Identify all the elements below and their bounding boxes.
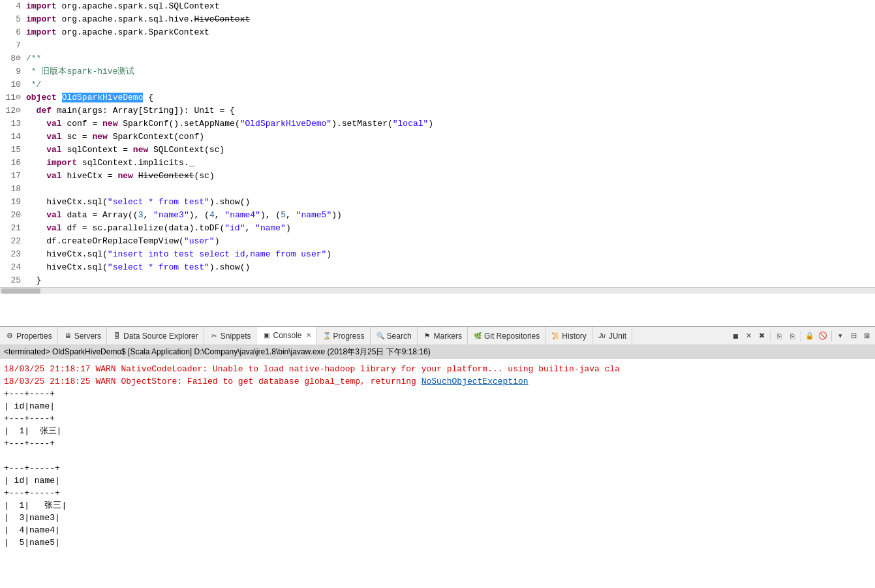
- tab-properties-label: Properties: [16, 332, 52, 341]
- minimize-button[interactable]: ⊟: [848, 330, 859, 342]
- line-content: import sqlContext.implicits._: [26, 157, 875, 170]
- line-number: 12⊖: [0, 104, 26, 117]
- console-line-11: | 3|name3|: [4, 512, 871, 524]
- console-line-9: +---+-----+: [4, 487, 871, 499]
- console-output[interactable]: 18/03/25 21:18:17 WARN NativeCodeLoader:…: [0, 360, 875, 588]
- tab-snippets[interactable]: ✂ Snippets: [204, 327, 257, 345]
- tab-markers-label: Markers: [434, 332, 462, 341]
- copy2-button[interactable]: ⎘: [786, 330, 798, 342]
- separator2: [801, 331, 801, 341]
- tab-properties[interactable]: ⚙ Properties: [0, 327, 58, 345]
- snippets-icon: ✂: [209, 332, 219, 341]
- code-line-16: 16 import sqlContext.implicits._: [0, 157, 875, 170]
- console-line-warn2: 18/03/25 21:18:25 WARN ObjectStore: Fail…: [4, 375, 871, 388]
- line-number: 20: [0, 209, 26, 222]
- line-content: */: [26, 78, 875, 91]
- code-line-24: 24 hiveCtx.sql("select * from test").sho…: [0, 261, 875, 274]
- code-line-13: 13 val conf = new SparkConf().setAppName…: [0, 117, 875, 131]
- view-menu-button[interactable]: ▾: [835, 330, 846, 342]
- remove-button[interactable]: ✖: [756, 330, 767, 342]
- line-number: 6: [0, 26, 26, 39]
- code-line-7: 7: [0, 39, 875, 52]
- line-content: hiveCtx.sql("select * from test").show(): [26, 196, 875, 209]
- line-number: 9: [0, 65, 26, 78]
- tab-junit[interactable]: Ju JUnit: [592, 327, 632, 345]
- tab-servers[interactable]: 🖥 Servers: [58, 327, 107, 345]
- console-line-10: | 1| 张三|: [4, 499, 871, 512]
- console-line-13: | 5|name5|: [4, 536, 871, 549]
- code-line-19: 19 hiveCtx.sql("select * from test").sho…: [0, 196, 875, 209]
- line-content: [26, 183, 875, 196]
- console-close-icon[interactable]: ✕: [306, 332, 311, 339]
- line-content: }: [26, 274, 875, 287]
- line-number: 25: [0, 274, 26, 287]
- tab-search[interactable]: 🔍 Search: [371, 327, 418, 345]
- code-line-23: 23 hiveCtx.sql("insert into test select …: [0, 248, 875, 261]
- line-content: val sc = new SparkContext(conf): [26, 131, 875, 144]
- code-line-20: 20 val data = Array((3, "name3"), (4, "n…: [0, 209, 875, 222]
- clear-button[interactable]: 🚫: [817, 330, 829, 342]
- tab-servers-label: Servers: [74, 332, 101, 341]
- line-content: [26, 39, 875, 52]
- junit-icon: Ju: [598, 332, 607, 341]
- separator: [770, 331, 771, 341]
- search-icon: 🔍: [376, 332, 385, 341]
- line-number: 14: [0, 131, 26, 144]
- code-line-15: 15 val sqlContext = new SQLContext(sc): [0, 144, 875, 157]
- line-number: 4: [0, 0, 26, 13]
- horizontal-scrollbar[interactable]: [0, 287, 875, 294]
- code-line-22: 22 df.createOrReplaceTempView("user"): [0, 235, 875, 248]
- maximize-button[interactable]: ⊠: [861, 330, 872, 342]
- datasource-icon: 🗄: [112, 332, 121, 341]
- line-content: val hiveCtx = new HiveContext(sc): [26, 170, 875, 183]
- line-content: df.createOrReplaceTempView("user"): [26, 235, 875, 248]
- console-line-1: +---+----+: [4, 388, 871, 400]
- exception-link[interactable]: NoSuchObjectException: [422, 377, 529, 386]
- code-line-21: 21 val df = sc.parallelize(data).toDF("i…: [0, 222, 875, 235]
- editor-area: 4 import org.apache.spark.sql.SQLContext…: [0, 0, 875, 326]
- line-content: hiveCtx.sql("insert into test select id,…: [26, 248, 875, 261]
- code-line-17: 17 val hiveCtx = new HiveContext(sc): [0, 170, 875, 183]
- line-content: * 旧版本spark-hive测试: [26, 65, 875, 78]
- tab-progress[interactable]: ⌛ Progress: [317, 327, 371, 345]
- stop-button[interactable]: ⏹: [729, 330, 741, 342]
- code-line-6: 6 import org.apache.spark.SparkContext: [0, 26, 875, 39]
- tab-progress-label: Progress: [333, 332, 365, 341]
- code-line-9: 9 * 旧版本spark-hive测试: [0, 65, 875, 78]
- terminate-button[interactable]: ✕: [743, 330, 754, 342]
- tab-history[interactable]: 📜 History: [545, 327, 592, 345]
- tab-git[interactable]: 🌿 Git Repositories: [468, 327, 545, 345]
- code-line-10: 10 */: [0, 78, 875, 91]
- copy-button[interactable]: ⎘: [773, 330, 785, 342]
- line-content: val df = sc.parallelize(data).toDF("id",…: [26, 222, 875, 235]
- tab-markers[interactable]: ⚑ Markers: [418, 327, 468, 345]
- console-icon: ▣: [262, 331, 271, 340]
- code-line-25: 25 }: [0, 274, 875, 287]
- line-number: 24: [0, 261, 26, 274]
- console-title: <terminated> OldSparkHiveDemo$ [Scala Ap…: [0, 345, 875, 359]
- scroll-down-button[interactable]: 🔒: [804, 330, 816, 342]
- console-line-5: +---+----+: [4, 437, 871, 450]
- line-content: val sqlContext = new SQLContext(sc): [26, 144, 875, 157]
- line-content: import org.apache.spark.sql.hive.HiveCon…: [26, 13, 875, 26]
- code-lines: 4 import org.apache.spark.sql.SQLContext…: [0, 0, 875, 287]
- line-number: 18: [0, 183, 26, 196]
- code-line-4: 4 import org.apache.spark.sql.SQLContext: [0, 0, 875, 13]
- console-line-12: | 4|name4|: [4, 524, 871, 536]
- line-content: /**: [26, 52, 875, 65]
- line-number: 11⊖: [0, 91, 26, 104]
- console-line-2: | id|name|: [4, 400, 871, 412]
- line-number: 22: [0, 235, 26, 248]
- tab-datasource[interactable]: 🗄 Data Source Explorer: [107, 327, 204, 345]
- code-line-8: 8⊖ /**: [0, 52, 875, 65]
- line-content: val conf = new SparkConf().setAppName("O…: [26, 117, 875, 131]
- line-number: 7: [0, 39, 26, 52]
- code-line-12: 12⊖ def main(args: Array[String]): Unit …: [0, 104, 875, 117]
- separator3: [831, 331, 832, 341]
- line-number: 8⊖: [0, 52, 26, 65]
- scrollbar-thumb[interactable]: [1, 288, 40, 294]
- console-line-7: +---+-----+: [4, 462, 871, 474]
- line-content: object OldSparkHiveDemo {: [26, 91, 875, 104]
- line-number: 23: [0, 248, 26, 261]
- tab-console[interactable]: ▣ Console ✕: [256, 327, 316, 345]
